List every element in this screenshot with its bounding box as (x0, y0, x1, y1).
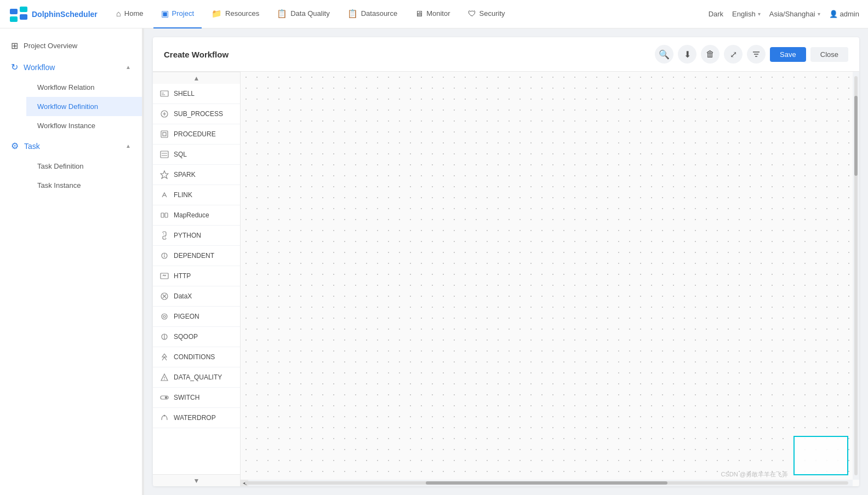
nav-monitor[interactable]: 🖥 Monitor (407, 0, 458, 28)
task-item-sub_process[interactable]: SUB_PROCESS (153, 104, 240, 124)
v-scrollbar-thumb[interactable] (854, 96, 858, 176)
task-label-conditions: CONDITIONS (174, 353, 215, 361)
task-children: Task Definition Task Instance (0, 157, 142, 195)
task-label-waterdrop: WATERDROP (174, 414, 216, 422)
overview-icon: ⊞ (11, 41, 18, 51)
task-item-dependent[interactable]: DEPENDENT (153, 246, 240, 266)
close-button[interactable]: Close (810, 47, 848, 62)
sidebar-section-workflow[interactable]: ↻ Workflow ▲ (0, 56, 142, 78)
task-label-python: PYTHON (174, 232, 201, 239)
panel-title: Create Workflow (164, 50, 229, 59)
sidebar-item-task-definition[interactable]: Task Definition (26, 157, 142, 176)
sidebar: ⊞ Project Overview ↻ Workflow ▲ Workflow… (0, 28, 142, 495)
task-list-scroll[interactable]: SHELL SUB_PROCESS PROCEDURE SQL SPARK FL… (153, 84, 240, 474)
resources-icon: 📁 (212, 9, 222, 19)
task-label-pigeon: PIGEON (174, 313, 199, 320)
sidebar-section-task[interactable]: ⚙ Task ▲ (0, 135, 142, 157)
minimap (793, 436, 848, 475)
task-label-datax: DataX (174, 292, 192, 300)
conditions-icon (159, 352, 169, 362)
user-menu[interactable]: 👤 admin (829, 10, 859, 18)
search-button[interactable]: 🔍 (655, 45, 673, 64)
task-label-sub_process: SUB_PROCESS (174, 110, 223, 118)
task-item-datax[interactable]: DataX (153, 286, 240, 307)
scroll-up-arrow[interactable]: ▲ (153, 72, 240, 84)
filter-icon (752, 50, 761, 59)
task-item-mapreduce[interactable]: MapReduce (153, 205, 240, 226)
sidebar-item-project-overview[interactable]: ⊞ Project Overview (0, 35, 142, 56)
nav-data-quality[interactable]: 📋 Data Quality (269, 0, 338, 28)
http-icon (159, 271, 169, 281)
sidebar-item-task-instance[interactable]: Task Instance (26, 176, 142, 195)
task-item-spark[interactable]: SPARK (153, 165, 240, 185)
task-label-http: HTTP (174, 272, 191, 280)
svg-rect-15 (161, 151, 168, 158)
sidebar-item-workflow-instance[interactable]: Workflow Instance (26, 116, 142, 135)
task-item-python[interactable]: PYTHON (153, 226, 240, 246)
save-button[interactable]: Save (770, 47, 806, 62)
task-item-sql[interactable]: SQL (153, 145, 240, 165)
nav-security[interactable]: 🛡 Security (460, 0, 513, 28)
horizontal-scrollbar[interactable]: ◀ (241, 480, 853, 486)
h-scrollbar-thumb[interactable] (426, 481, 667, 485)
download-button[interactable]: ⬇ (678, 45, 696, 64)
python-icon (159, 231, 169, 240)
waterdrop-icon (159, 413, 169, 423)
task-item-shell[interactable]: SHELL (153, 84, 240, 104)
logo-icon (9, 4, 28, 24)
panel-body: ▲ SHELL SUB_PROCESS PROCEDURE SQL SPARK … (153, 72, 859, 486)
vertical-scrollbar[interactable] (853, 72, 859, 480)
task-label-switch: SWITCH (174, 394, 199, 401)
home-icon: ⌂ (116, 9, 121, 18)
task-list-panel: ▲ SHELL SUB_PROCESS PROCEDURE SQL SPARK … (153, 72, 241, 486)
task-label-procedure: PROCEDURE (174, 130, 216, 138)
task-item-waterdrop[interactable]: WATERDROP (153, 408, 240, 428)
task-item-sqoop[interactable]: SQOOP (153, 327, 240, 347)
workflow-panel: Create Workflow 🔍 ⬇ 🗑 ⤢ Save Close (153, 37, 859, 486)
svg-rect-13 (161, 131, 168, 137)
nav-project[interactable]: ▣ Project (153, 0, 202, 28)
theme-toggle[interactable]: Dark (709, 10, 723, 18)
timezone-chevron: ▾ (818, 11, 820, 17)
task-label-shell: SHELL (174, 90, 195, 97)
delete-button[interactable]: 🗑 (701, 45, 719, 64)
sidebar-item-workflow-definition[interactable]: Workflow Definition (26, 97, 142, 116)
fullscreen-button[interactable]: ⤢ (724, 45, 743, 64)
task-chevron: ▲ (125, 143, 131, 149)
task-item-pigeon[interactable]: PIGEON (153, 307, 240, 327)
svg-point-39 (164, 415, 165, 417)
nav-resources[interactable]: 📁 Resources (204, 0, 267, 28)
task-label-spark: SPARK (174, 171, 196, 179)
svg-point-25 (164, 254, 165, 255)
timezone-selector[interactable]: Asia/Shanghai ▾ (769, 10, 820, 18)
svg-point-22 (163, 233, 164, 234)
workflow-icon: ↻ (11, 62, 18, 72)
task-item-switch[interactable]: SWITCH (153, 388, 240, 408)
sql-icon (159, 149, 169, 159)
language-selector[interactable]: English ▾ (732, 10, 761, 18)
svg-rect-21 (165, 213, 168, 217)
sidebar-item-workflow-relation[interactable]: Workflow Relation (26, 78, 142, 97)
watermark: CSDN @勇敢羊羊在飞弄 (721, 470, 788, 479)
mapreduce-icon (159, 210, 169, 220)
task-item-data_quality[interactable]: DATA_QUALITY (153, 367, 240, 388)
svg-rect-1 (20, 7, 27, 12)
task-item-http[interactable]: HTTP (153, 266, 240, 286)
task-item-flink[interactable]: FLINK (153, 185, 240, 205)
sub_process-icon (159, 109, 169, 119)
svg-rect-27 (161, 273, 168, 279)
task-item-conditions[interactable]: CONDITIONS (153, 347, 240, 367)
nav-home[interactable]: ⌂ Home (108, 0, 151, 28)
switch-icon (159, 393, 169, 402)
nav-datasource[interactable]: 📋 Datasource (340, 0, 405, 28)
settings-button[interactable] (747, 45, 766, 64)
canvas-area[interactable]: ◀ CSDN @勇敢羊羊在飞弄 (241, 72, 859, 486)
datasource-icon: 📋 (347, 9, 358, 19)
scroll-down-arrow[interactable]: ▼ (153, 474, 240, 486)
v-scrollbar-track[interactable] (854, 76, 858, 475)
svg-rect-14 (163, 133, 166, 136)
svg-rect-0 (10, 9, 18, 14)
svg-point-36 (164, 379, 164, 379)
task-item-procedure[interactable]: PROCEDURE (153, 124, 240, 145)
h-scrollbar-track[interactable] (245, 481, 848, 485)
